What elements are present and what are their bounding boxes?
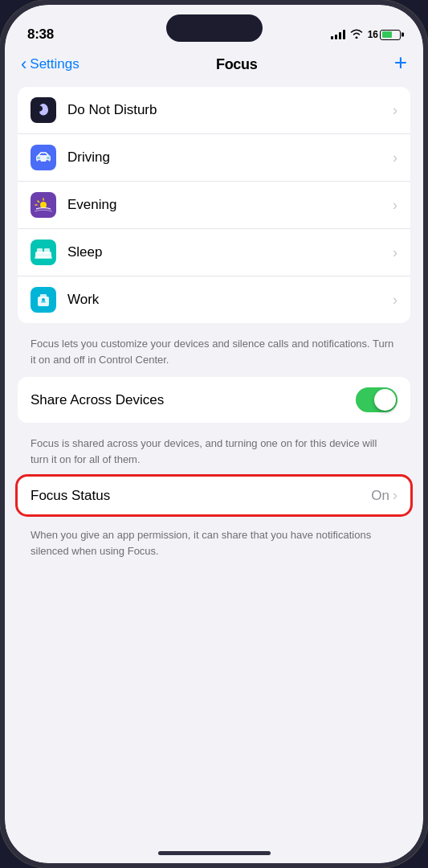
focus-status-row[interactable]: Focus Status On › <box>18 477 410 514</box>
list-item-driving[interactable]: Driving › <box>18 134 410 182</box>
list-item-evening[interactable]: Evening › <box>18 182 410 229</box>
page-title: Focus <box>216 56 258 73</box>
svg-point-15 <box>42 298 45 301</box>
evening-icon <box>31 192 56 218</box>
back-button[interactable]: ‹ Settings <box>21 56 79 73</box>
sleep-icon <box>31 240 56 265</box>
focus-status-value-group: On › <box>371 487 397 504</box>
list-item-sleep[interactable]: Sleep › <box>18 229 410 276</box>
share-across-devices-description: Focus is shared across your devices, and… <box>18 429 410 477</box>
focus-status-label: Focus Status <box>31 488 110 504</box>
focus-status-value: On <box>371 488 389 504</box>
driving-chevron-icon: › <box>393 149 397 166</box>
phone-frame: 8:38 1 <box>0 0 428 868</box>
evening-label: Evening <box>67 197 393 213</box>
phone-screen: 8:38 1 <box>5 5 423 863</box>
driving-label: Driving <box>67 149 393 166</box>
svg-rect-10 <box>37 248 43 254</box>
focus-description: Focus lets you customize your devices an… <box>18 330 410 377</box>
share-across-devices-label: Share Across Devices <box>31 392 164 408</box>
do-not-disturb-chevron-icon: › <box>393 102 397 119</box>
toggle-knob <box>374 389 396 411</box>
work-label: Work <box>67 292 393 308</box>
do-not-disturb-label: Do Not Disturb <box>67 102 393 118</box>
focus-status-chevron-icon: › <box>393 487 397 504</box>
work-chevron-icon: › <box>393 292 397 309</box>
content-area: Do Not Disturb › <box>5 80 423 568</box>
share-across-devices-row: Share Across Devices <box>18 377 410 423</box>
focus-status-description: When you give an app permission, it can … <box>18 521 410 568</box>
svg-rect-14 <box>40 294 47 297</box>
evening-chevron-icon: › <box>393 197 397 214</box>
share-across-devices-toggle[interactable] <box>356 387 397 412</box>
signal-bars-icon <box>331 30 345 39</box>
svg-rect-12 <box>35 256 52 259</box>
home-indicator[interactable] <box>158 851 271 855</box>
sleep-chevron-icon: › <box>393 244 397 261</box>
dynamic-island <box>166 14 263 42</box>
svg-rect-16 <box>41 301 46 303</box>
share-across-devices-card: Share Across Devices <box>18 377 410 423</box>
battery-icon: 16 <box>368 29 401 40</box>
work-icon <box>31 287 56 313</box>
do-not-disturb-icon <box>31 97 56 123</box>
driving-icon <box>31 145 56 170</box>
sleep-label: Sleep <box>67 244 393 260</box>
status-icons: 16 <box>331 28 401 41</box>
svg-line-7 <box>38 201 39 202</box>
back-label: Settings <box>30 56 79 72</box>
svg-rect-4 <box>47 157 50 159</box>
svg-point-1 <box>38 160 41 163</box>
list-item-work[interactable]: Work › <box>18 276 410 323</box>
focus-status-card: Focus Status On › <box>18 477 410 514</box>
battery-level: 16 <box>368 29 378 40</box>
back-chevron-icon: ‹ <box>21 55 26 73</box>
wifi-icon <box>350 28 363 41</box>
add-button[interactable]: + <box>394 51 407 74</box>
svg-point-2 <box>46 160 49 163</box>
svg-rect-3 <box>37 157 40 159</box>
list-item-do-not-disturb[interactable]: Do Not Disturb › <box>18 87 410 134</box>
focus-items-list: Do Not Disturb › <box>18 87 410 323</box>
svg-rect-11 <box>44 248 50 254</box>
nav-bar: ‹ Settings Focus + <box>5 51 423 80</box>
status-time: 8:38 <box>27 27 54 43</box>
